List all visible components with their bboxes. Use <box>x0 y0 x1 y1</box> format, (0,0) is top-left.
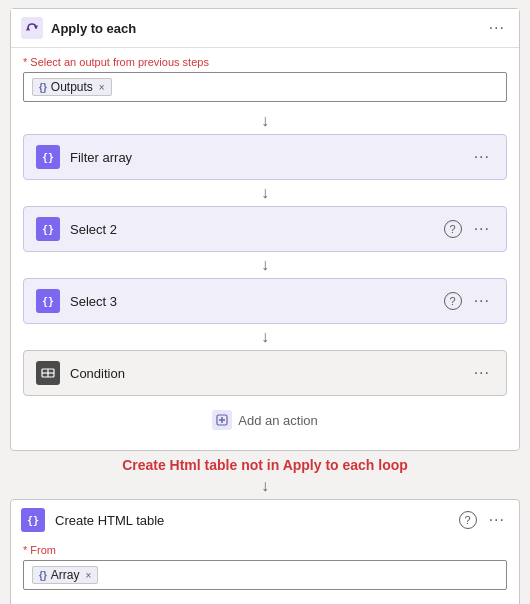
token-label: Outputs <box>51 80 93 94</box>
step-select-3-header: {} Select 3 ? ··· <box>24 279 506 323</box>
array-token-icon: {} <box>39 570 47 581</box>
add-action-button[interactable]: Add an action <box>212 410 318 430</box>
html-table-help-icon[interactable]: ? <box>459 511 477 529</box>
section-connector-arrow: ↓ <box>0 475 530 497</box>
error-text-row: Create Html table not in Apply to each l… <box>0 451 530 475</box>
connector-arrow-3: ↓ <box>23 326 507 348</box>
step-condition[interactable]: Condition ··· <box>23 350 507 396</box>
select-output-section: Select an output from previous steps {} … <box>11 48 519 106</box>
array-token: {} Array × <box>32 566 98 584</box>
step-left-2: {} Select 2 <box>36 217 117 241</box>
loop-icon <box>21 17 43 39</box>
step-select-3[interactable]: {} Select 3 ? ··· <box>23 278 507 324</box>
condition-icon <box>36 361 60 385</box>
select-2-menu-button[interactable]: ··· <box>470 220 494 238</box>
step-left: {} Filter array <box>36 145 132 169</box>
svg-text:{}: {} <box>27 515 39 526</box>
filter-array-icon: {} <box>36 145 60 169</box>
add-action-icon <box>212 410 232 430</box>
select-3-label: Select 3 <box>70 294 117 309</box>
step-select-2[interactable]: {} Select 2 ? ··· <box>23 206 507 252</box>
condition-menu-button[interactable]: ··· <box>470 364 494 382</box>
step-left-3: {} Select 3 <box>36 289 117 313</box>
svg-text:{}: {} <box>42 296 54 307</box>
filter-array-label: Filter array <box>70 150 132 165</box>
step-left-4: Condition <box>36 361 125 385</box>
svg-text:{}: {} <box>42 152 54 163</box>
html-table-header: {} Create HTML table ? ··· <box>11 500 519 540</box>
svg-text:{}: {} <box>42 224 54 235</box>
main-container: Apply to each ··· Select an output from … <box>0 8 530 604</box>
step-filter-array[interactable]: {} Filter array ··· <box>23 134 507 180</box>
html-table-icon: {} <box>21 508 45 532</box>
select-2-label: Select 2 <box>70 222 117 237</box>
select-2-help-icon[interactable]: ? <box>444 220 462 238</box>
advanced-options-row: Show advanced options ∨ <box>11 598 519 604</box>
error-text: Create Html table not in Apply to each l… <box>122 457 408 473</box>
step-right-2: ? ··· <box>444 220 494 238</box>
token-icon: {} <box>39 82 47 93</box>
array-token-label: Array <box>51 568 80 582</box>
select-2-icon: {} <box>36 217 60 241</box>
token-close-button[interactable]: × <box>99 82 105 93</box>
connector-arrow-2: ↓ <box>23 254 507 276</box>
apply-to-each-title: Apply to each <box>51 21 136 36</box>
select-3-menu-button[interactable]: ··· <box>470 292 494 310</box>
condition-label: Condition <box>70 366 125 381</box>
step-select-2-header: {} Select 2 ? ··· <box>24 207 506 251</box>
from-label: * From <box>23 544 507 556</box>
filter-array-menu-button[interactable]: ··· <box>470 148 494 166</box>
from-row: * From {} Array × <box>11 540 519 598</box>
outputs-token: {} Outputs × <box>32 78 112 96</box>
create-html-table-block: {} Create HTML table ? ··· * From {} Arr… <box>10 499 520 604</box>
svg-rect-0 <box>25 21 39 35</box>
array-token-close-button[interactable]: × <box>85 570 91 581</box>
html-table-menu-button[interactable]: ··· <box>485 511 509 529</box>
select-3-icon: {} <box>36 289 60 313</box>
html-table-header-right: ? ··· <box>459 511 509 529</box>
apply-to-each-header: Apply to each ··· <box>11 9 519 48</box>
apply-to-each-menu-button[interactable]: ··· <box>485 19 509 37</box>
connector-arrow-0: ↓ <box>23 110 507 132</box>
step-condition-header: Condition ··· <box>24 351 506 395</box>
output-token-input[interactable]: {} Outputs × <box>23 72 507 102</box>
apply-to-each-block: Apply to each ··· Select an output from … <box>10 8 520 451</box>
step-filter-array-header: {} Filter array ··· <box>24 135 506 179</box>
steps-container: ↓ {} Filter array ··· <box>11 106 519 442</box>
select-output-label: Select an output from previous steps <box>23 56 507 68</box>
add-action-label: Add an action <box>238 413 318 428</box>
add-action-row: Add an action <box>23 398 507 438</box>
step-right-4: ··· <box>470 364 494 382</box>
from-token-input[interactable]: {} Array × <box>23 560 507 590</box>
step-right: ··· <box>470 148 494 166</box>
html-table-header-left: {} Create HTML table <box>21 508 164 532</box>
select-3-help-icon[interactable]: ? <box>444 292 462 310</box>
step-right-3: ? ··· <box>444 292 494 310</box>
apply-header-left: Apply to each <box>21 17 136 39</box>
connector-arrow-1: ↓ <box>23 182 507 204</box>
html-table-title: Create HTML table <box>55 513 164 528</box>
